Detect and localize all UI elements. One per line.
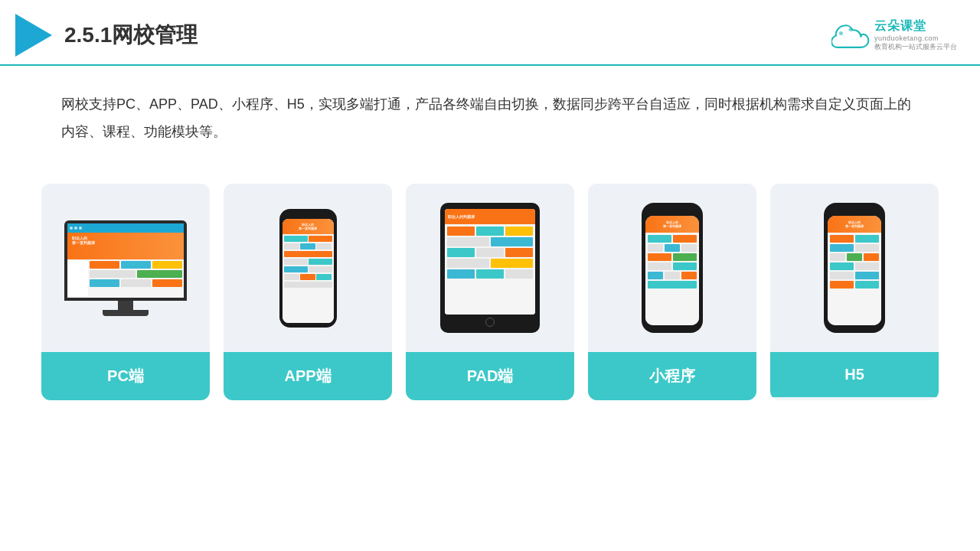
card-app: 职达人的第一堂判题课: [224, 184, 392, 400]
card-block: [90, 261, 119, 269]
phone-lg-screen-h5: 职达人的第一堂判题课: [828, 216, 881, 325]
phone-block: [284, 274, 299, 280]
phone-lg-notch-h5: [845, 209, 864, 214]
phone-lg-header-text: 职达人的第一堂判题课: [663, 220, 681, 228]
phone-block: [316, 274, 332, 280]
tablet-block: [476, 269, 504, 279]
screen-nav: [67, 223, 184, 233]
phone-lg-block: [855, 235, 879, 243]
phone-block: [300, 274, 315, 280]
phone-lg-body-h5: [828, 233, 881, 325]
card-miniprogram-image: 职达人的第一堂判题课: [588, 184, 756, 352]
monitor-stand: [118, 301, 133, 310]
phone-lg-block: [648, 244, 663, 252]
phone-lg-block: [830, 281, 854, 289]
phone-lg-block: [648, 272, 663, 279]
phone-row: [284, 274, 332, 280]
tablet-header-text: 职达人的判题课: [448, 214, 475, 219]
brand-tagline: 教育机构一站式服务云平台: [874, 42, 957, 52]
monitor-screen: 职达人的第一堂判题课: [67, 223, 184, 298]
card-h5-label: H5: [770, 352, 939, 397]
phone-lg-row: [648, 262, 697, 270]
page-title: 2.5.1网校管理: [64, 21, 198, 50]
card-block: [121, 279, 151, 287]
phone-lg-block: [665, 272, 680, 279]
card-app-image: 职达人的第一堂判题课: [224, 184, 392, 352]
screen-sidebar: [69, 261, 88, 296]
nav-dot: [74, 227, 77, 230]
tablet-block: [447, 227, 475, 236]
phone-lg-block: [648, 281, 697, 289]
tablet-row: [447, 248, 533, 257]
phone-lg-notch: [663, 209, 682, 214]
tablet-block: [447, 259, 489, 268]
cloud-icon: [831, 21, 870, 49]
card-miniprogram-label: 小程序: [588, 352, 756, 400]
phone-header: 职达人的第一堂判题课: [283, 219, 334, 234]
phone-lg-row: [648, 244, 697, 252]
banner-text: 职达人的第一堂判题课: [72, 236, 95, 245]
monitor-body: 职达人的第一堂判题课: [64, 220, 187, 301]
phone-lg-block: [648, 235, 671, 243]
phone-block: [316, 243, 332, 249]
phone-lg-block: [830, 235, 854, 243]
phone-lg-row: [830, 272, 879, 279]
phone-lg-header: 职达人的第一堂判题课: [645, 216, 699, 233]
phone-block: [284, 251, 332, 257]
phone-lg-block: [855, 281, 879, 289]
phone-row: [284, 266, 332, 272]
phone-row: [284, 251, 332, 257]
card-row: [90, 261, 182, 269]
phone-block: [284, 236, 308, 242]
phone-lg-row: [648, 272, 697, 279]
svg-point-0: [839, 31, 843, 35]
phone-block: [284, 282, 332, 288]
phone-lg-block: [830, 262, 854, 270]
phone-block: [309, 259, 332, 265]
phone-lg-header-text-h5: 职达人的第一堂判题课: [845, 220, 864, 228]
phone-lg-block: [681, 272, 697, 279]
phone-lg-row: [648, 235, 697, 243]
tablet-header: 职达人的判题课: [445, 209, 535, 224]
pad-mockup: 职达人的判题课: [440, 203, 540, 333]
card-pad-label: PAD端: [406, 352, 574, 400]
phone-lg-block: [855, 272, 879, 279]
tablet-block: [447, 269, 475, 279]
tablet-screen: 职达人的判题课: [445, 209, 535, 315]
phone-lg-block: [830, 253, 845, 261]
phone-lg-block: [673, 235, 697, 243]
phone-lg-block: [864, 253, 879, 261]
card-block: [90, 270, 136, 278]
nav-dot: [79, 227, 82, 230]
screen-main: [90, 261, 182, 296]
tablet-row: [447, 237, 533, 246]
phone-lg-block: [673, 262, 697, 270]
phone-row: [284, 259, 332, 265]
phone-row: [284, 236, 332, 242]
pc-mockup: 职达人的第一堂判题课: [64, 220, 187, 316]
phone-lg-row: [830, 253, 879, 261]
phone-lg-row: [648, 253, 697, 261]
phone-block: [309, 266, 332, 272]
card-h5: 职达人的第一堂判题课: [770, 184, 939, 400]
phone-lg-block: [855, 262, 879, 270]
tablet-block: [476, 227, 504, 236]
miniprogram-mockup: 职达人的第一堂判题课: [642, 203, 703, 333]
card-block: [90, 279, 119, 287]
phone-lg-block: [830, 272, 854, 279]
screen-body: [67, 259, 184, 298]
card-block: [152, 261, 182, 269]
phone-block: [300, 243, 315, 249]
phone-lg-body: [645, 233, 699, 325]
brand-name: 云朵课堂: [874, 18, 926, 34]
phone-block: [284, 259, 308, 265]
phone-lg-block: [648, 262, 671, 270]
tablet-block: [505, 248, 533, 257]
card-block: [137, 270, 183, 278]
svg-point-1: [849, 28, 853, 31]
phone-lg-row: [830, 244, 879, 252]
brand-url: yunduoketang.com: [874, 34, 939, 42]
tablet-row: [447, 259, 533, 268]
phone-block: [284, 266, 308, 272]
app-phone-mockup: 职达人的第一堂判题课: [279, 209, 337, 328]
